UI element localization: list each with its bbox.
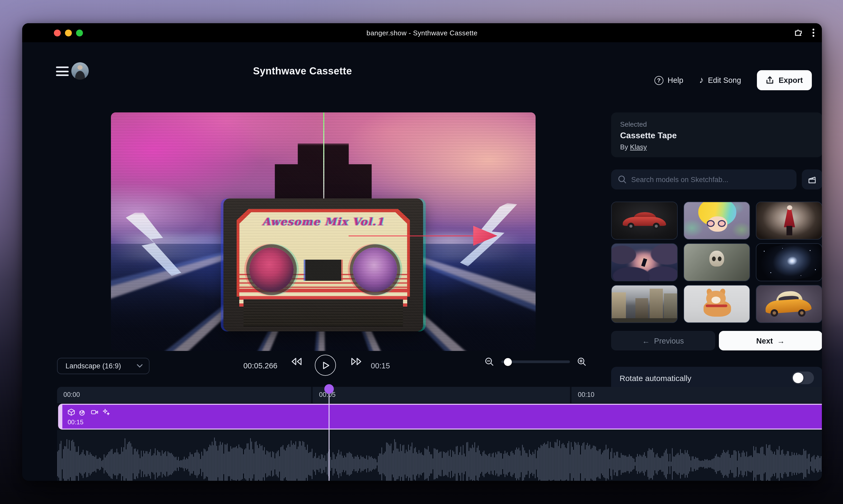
aspect-ratio-select[interactable]: Landscape (16:9) <box>57 358 150 374</box>
total-duration: 00:15 <box>371 361 390 370</box>
music-note-icon: ♪ <box>699 75 704 86</box>
timeline-clip[interactable]: 00:15 <box>58 404 822 430</box>
preview-canvas[interactable]: Awesome Mix Vol.1 <box>111 112 536 351</box>
clip-feature-icons <box>68 409 110 416</box>
model-thumbnail-abandoned-city[interactable] <box>611 285 678 323</box>
chevron-down-icon <box>137 364 143 368</box>
timeline-zoom-controls <box>485 357 586 366</box>
page-title: Synthwave Cassette <box>253 66 352 77</box>
model-search-row <box>611 169 822 190</box>
next-button[interactable]: Next → <box>719 331 822 350</box>
rewind-icon <box>291 357 302 366</box>
timeline-ruler[interactable]: 00:00 00:05 00:10 <box>57 387 822 403</box>
model-thumbnail-skull[interactable] <box>684 243 750 281</box>
play-button[interactable] <box>315 355 336 376</box>
clip-duration: 00:15 <box>68 418 84 426</box>
zoom-slider[interactable] <box>501 360 570 363</box>
help-label: Help <box>668 76 684 85</box>
model-thumbnail-fantasy-red-witch[interactable] <box>756 202 822 239</box>
audio-waveform[interactable] <box>57 430 822 481</box>
model-thumbnail-spiral-galaxy[interactable] <box>756 243 822 281</box>
app-header: Synthwave Cassette ? Help ♪ Edit Song <box>22 42 822 80</box>
edit-song-label: Edit Song <box>708 76 741 85</box>
zoom-out-icon <box>485 357 494 366</box>
selected-author-link[interactable]: Klasy <box>630 143 647 151</box>
model-search-box <box>611 169 796 190</box>
avatar[interactable] <box>71 62 89 80</box>
model-thumbnail-vintage-toy-car[interactable] <box>756 285 822 323</box>
playback-controls: Landscape (16:9) 00:05.266 00:15 <box>22 351 598 380</box>
ruler-tick <box>570 387 571 403</box>
previous-label: Previous <box>654 337 684 345</box>
zoom-slider-knob[interactable] <box>504 358 512 366</box>
zoom-in-icon <box>577 357 586 366</box>
zoom-out-button[interactable] <box>485 357 494 366</box>
clapperboard-button[interactable] <box>802 169 822 190</box>
browser-menu-kebab-icon[interactable] <box>812 29 814 37</box>
export-button[interactable]: Export <box>757 70 812 90</box>
clip-trim-handle-left[interactable] <box>59 405 62 429</box>
rewind-button[interactable] <box>291 357 302 366</box>
selected-eyebrow: Selected <box>620 120 813 128</box>
scanline-grain-overlay <box>111 112 536 351</box>
export-icon <box>766 76 774 85</box>
zoom-in-button[interactable] <box>577 357 586 366</box>
desktop-wallpaper: banger.show - Synthwave Cassette <box>0 0 843 504</box>
search-icon <box>618 175 626 184</box>
current-time: 00:05.266 <box>236 361 285 370</box>
hamburger-menu-button[interactable] <box>56 67 69 76</box>
fast-forward-button[interactable] <box>351 357 362 366</box>
play-icon <box>323 361 330 369</box>
model-thumbnail-red-sports-car[interactable] <box>611 202 678 239</box>
title-bar: banger.show - Synthwave Cassette <box>22 23 822 42</box>
arrow-left-icon: ← <box>642 337 650 345</box>
model-thumbnail-grid <box>611 202 822 323</box>
toggle-knob <box>793 373 803 383</box>
window-title: banger.show - Synthwave Cassette <box>22 29 822 37</box>
model-thumbnail-shiba-inu-dog[interactable] <box>684 285 750 323</box>
rotate-setting-card: Rotate automatically <box>611 367 822 389</box>
export-label: Export <box>778 76 803 85</box>
ruler-label: 00:00 <box>63 391 80 398</box>
ruler-label: 00:10 <box>578 391 595 398</box>
model-thumbnail-anime-girl[interactable] <box>684 202 750 239</box>
playhead[interactable] <box>324 384 334 394</box>
clapperboard-icon <box>808 175 816 184</box>
ruler-tick <box>311 387 313 403</box>
timeline: 00:00 00:05 00:10 00:15 <box>57 387 822 481</box>
app-window: banger.show - Synthwave Cassette <box>22 23 822 481</box>
video-camera-icon <box>91 409 98 416</box>
selected-model-name: Cassette Tape <box>620 131 813 140</box>
selected-author-line: By Klasy <box>620 143 813 151</box>
help-button[interactable]: ? Help <box>654 76 684 85</box>
cube-3d-icon <box>68 409 75 416</box>
next-label: Next <box>756 337 773 345</box>
spiral-icon <box>79 409 87 416</box>
search-input[interactable] <box>631 176 796 183</box>
extensions-puzzle-icon[interactable] <box>794 28 803 37</box>
fast-forward-icon <box>351 357 362 366</box>
sparkles-icon <box>102 409 110 416</box>
previous-button[interactable]: ← Previous <box>611 331 715 350</box>
help-icon: ? <box>654 76 664 85</box>
rotate-label: Rotate automatically <box>620 373 792 382</box>
timeline-track: 00:15 <box>57 403 822 430</box>
selected-model-card: Selected Cassette Tape By Klasy <box>611 112 822 157</box>
aspect-ratio-value: Landscape (16:9) <box>66 362 137 370</box>
arrow-right-icon: → <box>777 337 785 345</box>
rotate-toggle[interactable] <box>792 372 814 384</box>
model-thumbnail-angel-in-storm-clouds[interactable] <box>611 243 678 281</box>
edit-song-button[interactable]: ♪ Edit Song <box>699 75 741 86</box>
pagination-row: ← Previous Next → <box>611 331 822 350</box>
